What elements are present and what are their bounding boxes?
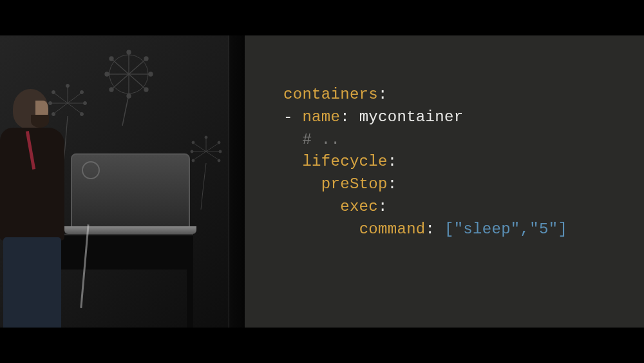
svg-point-34	[218, 141, 220, 144]
svg-point-32	[205, 136, 207, 139]
yaml-array-value: ["sleep","5"]	[444, 221, 567, 238]
code-line-7: command: ["sleep","5"]	[283, 219, 631, 241]
yaml-key: command	[359, 221, 426, 238]
yaml-key: exec	[340, 198, 378, 215]
svg-point-36	[219, 150, 222, 153]
svg-line-33	[206, 144, 218, 152]
svg-line-37	[206, 152, 218, 159]
letterbox-top	[0, 0, 644, 35]
code-line-1: containers:	[283, 84, 631, 106]
letterbox-bottom	[0, 328, 644, 363]
yaml-key: lifecycle	[302, 153, 387, 170]
code-line-3: # ..	[283, 129, 631, 152]
svg-line-11	[113, 74, 129, 88]
svg-point-4	[144, 57, 148, 61]
svg-line-3	[129, 60, 145, 74]
svg-line-39	[194, 152, 206, 159]
svg-line-7	[129, 74, 145, 88]
svg-point-12	[109, 88, 113, 92]
yaml-code-block: containers: - name: mycontainer # .. lif…	[283, 84, 631, 241]
svg-line-15	[113, 60, 129, 74]
svg-point-2	[127, 50, 131, 54]
yaml-comment: # ..	[302, 131, 340, 148]
svg-line-43	[194, 144, 206, 152]
svg-point-42	[191, 150, 193, 153]
video-frame: containers: - name: mycontainer # .. lif…	[0, 35, 644, 328]
code-line-4: lifecycle:	[283, 151, 631, 173]
camera-feed	[0, 35, 245, 328]
stage-frame	[229, 35, 245, 328]
slide-content: containers: - name: mycontainer # .. lif…	[245, 35, 644, 328]
code-line-6: exec:	[283, 196, 631, 219]
svg-point-16	[109, 57, 113, 61]
code-line-5: preStop:	[283, 173, 631, 196]
dandelion-decoration-icon	[90, 48, 167, 126]
yaml-key: containers	[283, 86, 378, 103]
svg-point-38	[218, 159, 220, 162]
svg-point-14	[105, 72, 109, 76]
svg-point-44	[192, 141, 194, 144]
svg-point-8	[144, 88, 148, 92]
svg-point-6	[149, 72, 153, 76]
presenter	[0, 70, 90, 328]
svg-point-40	[192, 159, 194, 162]
code-line-2: - name: mycontainer	[283, 106, 631, 129]
yaml-key: preStop	[321, 175, 388, 193]
yaml-key: name	[302, 108, 340, 126]
yaml-value: mycontainer	[359, 108, 464, 126]
